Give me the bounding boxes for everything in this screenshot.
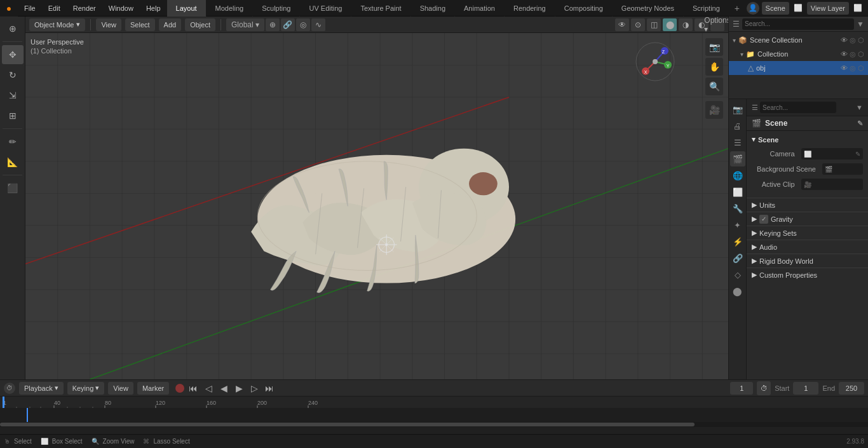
current-frame-input[interactable] [730, 382, 753, 395]
menu-render[interactable]: Render [67, 0, 102, 16]
options-button[interactable]: Options ▾ [710, 18, 724, 31]
snap-button[interactable]: 🔗 [281, 18, 295, 31]
gizmos-button[interactable]: 👁 [615, 18, 629, 31]
hand-pan-icon[interactable]: ✋ [705, 58, 723, 76]
camera-view-icon[interactable]: 📷 [705, 38, 723, 56]
prop-tab-render[interactable]: 📷 [730, 102, 745, 117]
gravity-section[interactable]: ▶ ✓ Gravity [747, 212, 868, 226]
object-button[interactable]: Object [185, 18, 215, 31]
record-button[interactable] [175, 384, 184, 393]
prop-tab-object[interactable]: ⬜ [730, 184, 745, 200]
solid-mode-button[interactable]: ⬤ [663, 18, 677, 31]
xray-button[interactable]: ◫ [647, 18, 661, 31]
proportional-button[interactable]: ◎ [296, 18, 310, 31]
background-scene-value[interactable]: 🎬 [822, 163, 863, 175]
measure-tool[interactable]: 📐 [2, 153, 24, 172]
play-button[interactable]: ▶ [233, 382, 245, 395]
prop-tab-material[interactable]: ⬤ [730, 283, 745, 299]
audio-section[interactable]: ▶ Audio [747, 240, 868, 254]
add-button[interactable]: Add [159, 18, 182, 31]
timeline-ruler[interactable]: 1 40 80 120 160 200 240 [0, 397, 868, 408]
move-tool[interactable]: ✥ [2, 45, 24, 64]
prop-tab-viewlayer[interactable]: ☰ [730, 135, 745, 150]
scene-selector[interactable]: Scene [762, 2, 789, 15]
pivot-button[interactable]: ⊕ [266, 18, 280, 31]
annotate-tool[interactable]: ✏ [2, 132, 24, 151]
mode-button[interactable]: Object Mode ▾ [29, 18, 85, 31]
step-back-button[interactable]: ◁ [202, 382, 215, 395]
prop-tab-modifier[interactable]: 🔧 [730, 201, 745, 216]
scene-collection-camera-icon[interactable]: ◎ [850, 36, 856, 44]
timeline-type-icon[interactable]: ⏱ [4, 383, 15, 394]
end-frame-input[interactable] [839, 382, 864, 395]
step-forward-button[interactable]: ▷ [248, 382, 261, 395]
timeline-track[interactable] [0, 408, 868, 422]
tab-modeling[interactable]: Modeling [207, 0, 254, 17]
prop-search-input[interactable] [760, 102, 836, 113]
prop-tab-mesh[interactable]: ◇ [730, 267, 745, 282]
timeline-scrollbar[interactable] [0, 422, 868, 427]
outliner-obj[interactable]: △ obj 👁 ◎ ⬡ [729, 61, 868, 75]
collection-eye-icon[interactable]: 👁 [841, 50, 848, 58]
tab-rendering[interactable]: Rendering [505, 0, 555, 17]
keying-sets-section[interactable]: ▶ Keying Sets [747, 226, 868, 240]
marker-button[interactable]: Marker [137, 382, 169, 395]
active-clip-value[interactable]: 🎥 [801, 179, 863, 190]
scene-section-header[interactable]: ▾ Scene [752, 133, 863, 146]
prop-tab-scene[interactable]: 🎬 [730, 151, 745, 166]
tab-shading[interactable]: Shading [411, 0, 455, 17]
prop-tab-output[interactable]: 🖨 [730, 118, 745, 133]
jump-start-button[interactable]: ⏮ [187, 382, 200, 395]
scale-tool[interactable]: ⇲ [2, 86, 24, 105]
timeline-content[interactable]: 1 40 80 120 160 200 240 [0, 397, 868, 434]
viewport-3d[interactable]: User Perspective (1) Collection Z Y [25, 33, 728, 379]
outliner-search-input[interactable] [742, 18, 854, 30]
jump-end-button[interactable]: ⏭ [263, 382, 276, 395]
prop-tab-constraints[interactable]: 🔗 [730, 250, 745, 266]
tab-uv-editing[interactable]: UV Editing [300, 0, 351, 17]
rotate-tool[interactable]: ↻ [2, 65, 24, 85]
overlays-button[interactable]: ⊙ [631, 18, 645, 31]
tab-animation[interactable]: Animation [455, 0, 505, 17]
zoom-icon[interactable]: 🔍 [705, 78, 723, 95]
view-layer-selector[interactable]: View Layer [807, 2, 849, 15]
timeline-view-button[interactable]: View [108, 382, 133, 395]
menu-edit[interactable]: Edit [42, 0, 67, 16]
gravity-checkbox[interactable]: ✓ [759, 215, 768, 224]
camera-value[interactable]: ⬜ ✎ [801, 148, 863, 160]
menu-help[interactable]: Help [140, 0, 167, 16]
transform-tool[interactable]: ⊞ [2, 106, 24, 125]
prop-tab-physics[interactable]: ⚡ [730, 234, 745, 249]
outliner-filter-icon[interactable]: ▼ [857, 20, 864, 29]
menu-window[interactable]: Window [102, 0, 140, 16]
prop-options-icon[interactable]: ▼ [856, 104, 863, 111]
menu-file[interactable]: File [18, 0, 42, 16]
global-space-button[interactable]: Global ▾ [226, 18, 264, 31]
obj-camera-icon[interactable]: ◎ [850, 64, 856, 72]
add-cube-tool[interactable]: ⬛ [2, 179, 24, 198]
tab-scripting[interactable]: Scripting [684, 0, 729, 17]
outliner-collection[interactable]: ▾ 📁 Collection 👁 ◎ ⬡ [729, 47, 868, 61]
start-frame-input[interactable] [793, 382, 818, 395]
units-section[interactable]: ▶ Units [747, 198, 868, 212]
timecode-icon[interactable]: ⏱ [757, 381, 771, 395]
tab-sculpting[interactable]: Sculpting [253, 0, 300, 17]
scene-collection-restrict-icon[interactable]: ⬡ [858, 36, 864, 44]
user-icon[interactable]: 👤 [747, 2, 759, 15]
collection-restrict-icon[interactable]: ⬡ [858, 50, 864, 58]
timeline-scrollbar-thumb[interactable] [0, 423, 695, 426]
camera-edit-icon[interactable]: ✎ [855, 151, 860, 158]
keying-button[interactable]: Keying ▾ [67, 382, 105, 395]
select-button[interactable]: Select [125, 18, 155, 31]
playback-button[interactable]: Playback ▾ [19, 382, 64, 395]
prop-tab-world[interactable]: 🌐 [730, 168, 745, 183]
view-layer-options-icon[interactable]: ⬜ [851, 2, 864, 15]
prop-tab-particles[interactable]: ✦ [730, 217, 745, 233]
tab-compositing[interactable]: Compositing [555, 0, 613, 17]
custom-properties-section[interactable]: ▶ Custom Properties [747, 268, 868, 282]
graph-button[interactable]: ∿ [311, 18, 325, 31]
obj-restrict-icon[interactable]: ⬡ [858, 64, 864, 72]
material-mode-button[interactable]: ◑ [679, 18, 693, 31]
cursor-tool[interactable]: ⊕ [2, 19, 24, 38]
tab-geometry-nodes[interactable]: Geometry Nodes [613, 0, 684, 17]
